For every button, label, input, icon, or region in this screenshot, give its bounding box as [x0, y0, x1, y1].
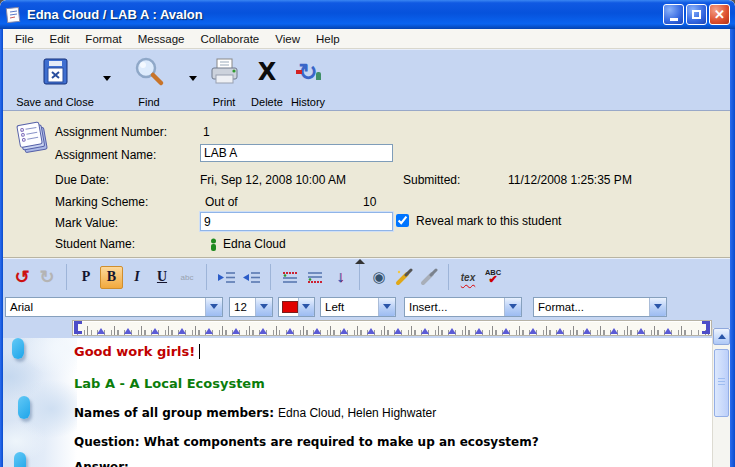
signature-button[interactable]: tex	[457, 265, 479, 289]
menu-edit[interactable]: Edit	[42, 31, 78, 47]
find-label: Find	[138, 96, 159, 108]
ruler-tabstop-marker[interactable]	[529, 328, 537, 334]
ruler-tabstop-marker[interactable]	[232, 328, 240, 334]
menu-help[interactable]: Help	[308, 31, 348, 47]
menu-message[interactable]: Message	[130, 31, 193, 47]
menu-view[interactable]: View	[267, 31, 308, 47]
save-and-close-menu-arrow[interactable]	[103, 76, 111, 81]
document-editor[interactable]: Good work girls! Lab A - A Local Ecosyst…	[3, 338, 730, 467]
link-target-button[interactable]: ◉	[368, 265, 390, 289]
due-date-value: Fri, Sep 12, 2008 10:00 AM	[200, 173, 346, 187]
bold-button[interactable]: B	[100, 266, 123, 289]
window-border-right	[730, 29, 735, 467]
ruler-tabstop-marker[interactable]	[394, 328, 402, 334]
scrollbar-grip	[718, 378, 725, 387]
ruler[interactable]	[72, 320, 712, 336]
toolbar-separator	[66, 264, 67, 290]
reveal-mark-checkbox[interactable]	[396, 214, 409, 227]
history-label: History	[291, 96, 325, 108]
menu-format[interactable]: Format	[77, 31, 129, 47]
ruler-left-margin-marker[interactable]	[74, 321, 82, 334]
move-down-button[interactable]: ↓	[329, 265, 351, 289]
scrollbar-thumb[interactable]	[714, 349, 729, 417]
spellcheck-button[interactable]: ABC ✔	[482, 265, 504, 289]
vertical-scrollbar[interactable]	[712, 328, 730, 467]
ruler-tabstop-marker[interactable]	[556, 328, 564, 334]
ruler-tabstop-marker[interactable]	[637, 328, 645, 334]
ruler-tabstop-marker[interactable]	[124, 328, 132, 334]
combo-arrow-icon[interactable]	[298, 298, 314, 316]
ruler-right-margin-marker[interactable]	[702, 321, 710, 334]
font-size-select[interactable]: 12	[229, 297, 273, 317]
stationery-capsule	[12, 338, 24, 359]
ruler-tabstop-marker[interactable]	[97, 328, 105, 334]
small-text-button[interactable]: abc	[176, 265, 198, 289]
combo-arrow-icon[interactable]	[504, 298, 521, 316]
combo-arrow-icon[interactable]	[649, 298, 666, 316]
italic-button[interactable]: I	[126, 265, 148, 289]
redo-button[interactable]: ↻	[36, 265, 58, 289]
redo-icon: ↻	[39, 266, 54, 288]
find-button[interactable]: Find	[119, 54, 179, 108]
format-select[interactable]: Format...	[533, 297, 667, 317]
assignment-form: Assignment Number: 1 Assignment Name: Du…	[3, 111, 730, 258]
submitted-value: 11/12/2008 1:25:35 PM	[508, 173, 632, 187]
move-down-icon: ↓	[336, 268, 344, 286]
ruler-tabstop-marker[interactable]	[259, 328, 267, 334]
title-bar[interactable]: Edna Cloud / LAB A : Avalon ✕	[0, 0, 735, 29]
ruler-tabstop-marker[interactable]	[151, 328, 159, 334]
ruler-tabstop-marker[interactable]	[502, 328, 510, 334]
scroll-up-button[interactable]	[713, 328, 730, 345]
maximize-button[interactable]	[686, 4, 707, 25]
font-color-select[interactable]	[278, 297, 315, 317]
menu-file[interactable]: File	[7, 31, 42, 47]
ruler-tabstop-marker[interactable]	[286, 328, 294, 334]
student-person-icon	[209, 238, 218, 252]
insert-value: Insert...	[405, 301, 504, 313]
main-toolbar: Save and Close Find	[3, 49, 730, 111]
print-button[interactable]: Print	[201, 54, 247, 108]
ruler-tabstop-marker[interactable]	[448, 328, 456, 334]
ruler-tabstop-marker[interactable]	[583, 328, 591, 334]
stationery-capsule	[14, 452, 26, 467]
delete-button[interactable]: X Delete	[247, 54, 287, 108]
ruler-tabstop-marker[interactable]	[367, 328, 375, 334]
combo-arrow-icon[interactable]	[255, 298, 272, 316]
apply-style-button[interactable]	[418, 265, 440, 289]
undo-button[interactable]: ↺	[11, 265, 33, 289]
ruler-tabstop-marker[interactable]	[205, 328, 213, 334]
ruler-tabstop-marker[interactable]	[313, 328, 321, 334]
underline-button[interactable]: U	[151, 265, 173, 289]
insert-select[interactable]: Insert...	[404, 297, 522, 317]
save-and-close-button[interactable]: Save and Close	[9, 54, 101, 108]
copy-style-button[interactable]	[393, 265, 415, 289]
insert-line-above-button[interactable]	[279, 265, 301, 289]
plain-style-button[interactable]: P	[75, 265, 97, 289]
pane-splitter-arrow[interactable]	[355, 259, 365, 264]
ruler-tabstop-marker[interactable]	[178, 328, 186, 334]
ruler-tabstop-marker[interactable]	[610, 328, 618, 334]
find-menu-arrow[interactable]	[189, 76, 197, 81]
mark-value-input[interactable]	[200, 212, 393, 231]
alignment-select[interactable]: Left	[320, 297, 396, 317]
minimize-button[interactable]	[663, 4, 684, 25]
combo-arrow-icon[interactable]	[205, 298, 222, 316]
underline-icon: U	[157, 269, 167, 285]
ruler-tabstop-marker[interactable]	[664, 328, 672, 334]
link-target-icon: ◉	[372, 268, 385, 286]
history-button[interactable]: ↻ History	[285, 54, 331, 108]
insert-line-below-button[interactable]	[304, 265, 326, 289]
combo-arrow-icon[interactable]	[378, 298, 395, 316]
spellcheck-icon: ABC ✔	[485, 269, 501, 286]
assignment-name-input[interactable]	[200, 144, 393, 162]
menu-collaborate[interactable]: Collaborate	[192, 31, 267, 47]
indent-decrease-button[interactable]	[240, 265, 262, 289]
close-button[interactable]: ✕	[709, 4, 730, 25]
student-name-value[interactable]: Edna Cloud	[223, 237, 286, 251]
font-family-select[interactable]: Arial	[5, 297, 223, 317]
ruler-tabstop-marker[interactable]	[421, 328, 429, 334]
ruler-tabstop-marker[interactable]	[340, 328, 348, 334]
history-icon: ↻	[298, 58, 317, 86]
indent-increase-button[interactable]	[215, 265, 237, 289]
ruler-tabstop-marker[interactable]	[475, 328, 483, 334]
